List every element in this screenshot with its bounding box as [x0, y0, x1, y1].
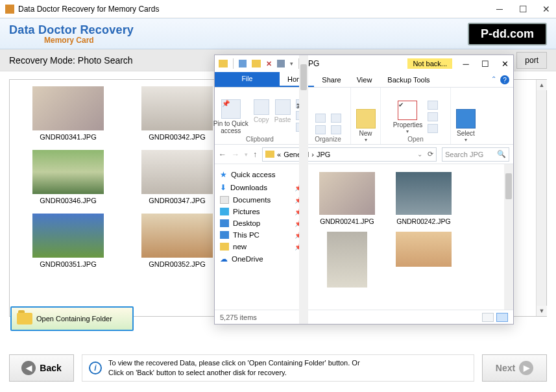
file-thumbnail — [327, 232, 367, 288]
breadcrumb-item[interactable]: JPG — [317, 151, 330, 158]
ribbon-tabs: File Home Share View Backup Tools ⌃ ? — [215, 72, 513, 88]
new-folder-icon — [356, 109, 376, 129]
nav-history-dropdown[interactable]: ▾ — [245, 151, 248, 158]
scroll-up-icon[interactable]: ▲ — [537, 80, 547, 90]
tree-onedrive[interactable]: ☁OneDrive — [215, 252, 308, 265]
recovery-mode-label: Recovery Mode: Photo Search — [9, 55, 133, 66]
explorer-maximize-button[interactable]: ☐ — [481, 59, 490, 69]
search-input[interactable]: Search JPG 🔍 — [442, 147, 509, 162]
close-button[interactable]: ✕ — [542, 4, 551, 14]
paste-label: Paste — [274, 116, 291, 123]
minimize-button[interactable]: ─ — [495, 4, 504, 14]
rename-icon[interactable] — [331, 125, 341, 134]
new-folder-button[interactable]: New ▾ — [356, 109, 376, 143]
thumbnail[interactable]: GNDR00352.JPG — [125, 214, 229, 268]
properties-icon: ✔ — [398, 101, 417, 120]
tab-view[interactable]: View — [349, 72, 380, 87]
explorer-close-button[interactable]: ✕ — [500, 59, 509, 69]
explorer-minimize-button[interactable]: ─ — [461, 59, 470, 69]
thumbnail-caption: GNDR00341.JPG — [40, 133, 96, 141]
info-icon: i — [89, 361, 102, 374]
tree-desktop[interactable]: Desktop📌 — [215, 217, 308, 229]
thumbnail-caption: GNDR00346.JPG — [40, 197, 96, 204]
move-to-icon[interactable] — [315, 114, 326, 123]
thumbnail-image — [32, 86, 104, 130]
info-panel: i To view the recovered Data, please cli… — [82, 354, 474, 382]
paste-icon — [275, 99, 291, 115]
large-icons-view-icon[interactable] — [496, 313, 508, 322]
tree-downloads[interactable]: ⬇Downloads📌 — [215, 181, 308, 194]
edit-icon[interactable] — [428, 112, 438, 121]
support-button-partial[interactable]: port — [516, 52, 547, 69]
explorer-statusbar: 5,275 items — [215, 310, 513, 324]
tab-home[interactable]: Home — [280, 72, 314, 87]
file-item[interactable] — [315, 232, 380, 288]
file-thumbnail — [396, 172, 452, 215]
details-view-icon[interactable] — [482, 313, 494, 322]
tree-label: new — [233, 243, 247, 251]
back-label: Back — [40, 363, 61, 373]
copy-icon — [254, 99, 269, 115]
tab-file[interactable]: File — [215, 72, 280, 87]
explorer-window: ✕ ▾ JPG Not back... ─ ☐ ✕ File Home Shar… — [214, 55, 514, 325]
select-button[interactable]: Select ▾ — [456, 109, 476, 143]
thumbnail-scrollbar[interactable]: ▲ ▼ — [536, 80, 546, 316]
thumbnail-caption: GNDR00347.JPG — [149, 197, 205, 204]
breadcrumb[interactable]: « General › JPG ⌄ ⟳ — [262, 147, 437, 162]
tree-quick-access[interactable]: ★Quick access — [215, 168, 308, 181]
tree-documents[interactable]: Documents📌 — [215, 194, 308, 206]
nav-forward-button[interactable]: → — [232, 150, 239, 159]
breadcrumb-root[interactable]: « — [277, 151, 281, 158]
app-title: Data Doctor Recovery for Memory Cards — [18, 5, 495, 14]
nav-up-button[interactable]: ↑ — [253, 150, 257, 159]
tab-share[interactable]: Share — [314, 72, 348, 87]
tree-label: OneDrive — [232, 255, 263, 263]
delete-icon[interactable] — [331, 114, 341, 123]
thumbnail[interactable]: GNDR00351.JPG — [16, 214, 120, 268]
files-scrollbar[interactable] — [504, 164, 513, 310]
open-containing-folder-button[interactable]: Open Containing Folder — [10, 306, 134, 331]
paste-button[interactable]: Paste — [274, 99, 291, 123]
back-button[interactable]: ◀ Back — [9, 354, 74, 382]
tree-label: Pictures — [233, 208, 260, 215]
app-titlebar: Data Doctor Recovery for Memory Cards ─ … — [0, 0, 556, 18]
folder-icon[interactable] — [252, 60, 261, 67]
next-button[interactable]: Next ▶ — [482, 354, 547, 382]
delete-icon[interactable]: ✕ — [266, 60, 272, 68]
file-item[interactable]: GNDR00241.JPG — [315, 172, 380, 225]
ribbon-collapse-icon[interactable]: ⌃ — [491, 75, 496, 87]
maximize-button[interactable]: ☐ — [518, 4, 527, 14]
tree-label: Quick access — [231, 171, 275, 178]
qat-dropdown-icon[interactable]: ▾ — [290, 60, 293, 67]
history-icon[interactable] — [428, 124, 438, 133]
thumbnail[interactable]: GNDR00341.JPG — [16, 86, 120, 141]
tree-scrollbar[interactable] — [299, 164, 308, 310]
qat-icon[interactable] — [239, 60, 247, 67]
properties-icon[interactable] — [277, 60, 285, 67]
properties-button[interactable]: ✔ Properties ▾ — [393, 101, 423, 134]
tab-backup-tools[interactable]: Backup Tools — [380, 72, 437, 87]
chevron-down-icon[interactable]: ⌄ — [417, 151, 422, 158]
explorer-titlebar[interactable]: ✕ ▾ JPG Not back... ─ ☐ ✕ — [215, 55, 513, 72]
refresh-icon[interactable]: ⟳ — [428, 150, 433, 158]
open-icon[interactable] — [428, 101, 438, 110]
nav-back-button[interactable]: ← — [219, 150, 226, 159]
pin-to-quick-access-button[interactable]: 📌 Pin to Quick access — [213, 99, 248, 134]
select-all-icon — [456, 109, 476, 129]
tree-folder-new[interactable]: new📌 — [215, 241, 308, 252]
copy-button[interactable]: Copy — [254, 99, 269, 123]
file-item[interactable] — [391, 232, 456, 288]
download-icon: ⬇ — [220, 183, 226, 192]
help-icon[interactable]: ? — [500, 75, 509, 84]
organize-group-label: Organize — [315, 136, 341, 143]
thumbnail[interactable]: GNDR00347.JPG — [125, 150, 229, 204]
tree-label: Documents — [233, 196, 271, 204]
scroll-down-icon[interactable]: ▼ — [537, 306, 547, 316]
tree-this-pc[interactable]: This PC📌 — [215, 229, 308, 241]
tree-pictures[interactable]: Pictures📌 — [215, 206, 308, 217]
pin-icon: 📌 — [221, 99, 241, 119]
copy-to-icon[interactable] — [315, 125, 326, 134]
backup-warning-badge[interactable]: Not back... — [407, 58, 452, 69]
thumbnail[interactable]: GNDR00346.JPG — [16, 150, 120, 204]
file-item[interactable]: GNDR00242.JPG — [391, 172, 456, 225]
